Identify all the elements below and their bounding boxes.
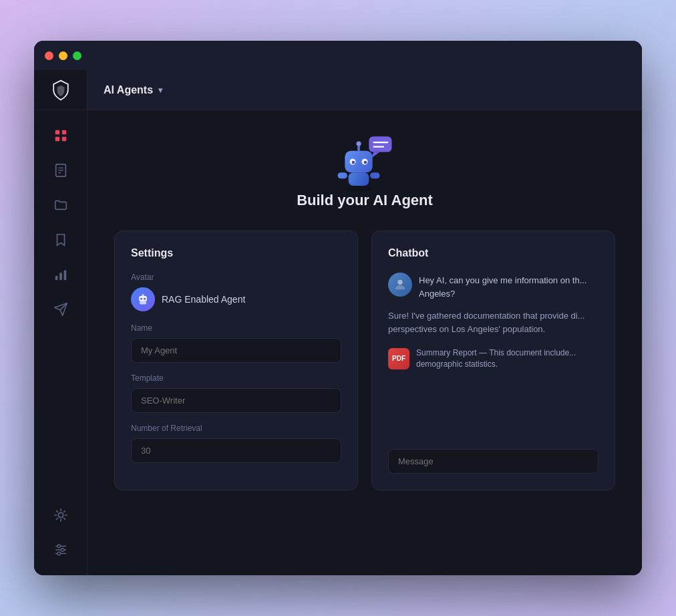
svg-point-46: [397, 280, 402, 285]
svg-rect-3: [61, 137, 65, 141]
name-input[interactable]: [131, 338, 341, 363]
content-area: Build your AI Agent Settings Avatar: [88, 110, 642, 575]
chat-message-human: Hey AI, can you give me information on t…: [388, 273, 599, 300]
svg-line-19: [63, 510, 65, 512]
maximize-button[interactable]: [73, 51, 81, 60]
bookmark-icon: [53, 233, 68, 247]
svg-rect-44: [142, 295, 144, 297]
chat-input-row: [388, 449, 599, 474]
close-button[interactable]: [45, 51, 53, 60]
chat-bubble-human: Hey AI, can you give me information on t…: [419, 273, 599, 300]
doc-reference: PDF Summary Report — This document inclu…: [388, 347, 599, 370]
sliders-icon: [53, 543, 68, 557]
send-icon: [53, 302, 68, 317]
svg-rect-10: [63, 271, 66, 281]
svg-rect-38: [337, 172, 347, 178]
avatar-row: RAG Enabled Agent: [131, 287, 341, 311]
svg-line-18: [56, 518, 57, 520]
svg-point-42: [140, 298, 142, 300]
sun-icon: [53, 508, 68, 522]
svg-line-17: [63, 518, 65, 520]
robot-avatar-icon: [136, 293, 150, 306]
svg-rect-45: [140, 301, 146, 304]
pdf-icon: PDF: [388, 348, 409, 369]
sidebar-item-sun[interactable]: [46, 500, 75, 530]
template-label: Template: [131, 373, 341, 383]
settings-card-title: Settings: [131, 247, 341, 259]
avatar-field: Avatar: [131, 273, 341, 311]
header-title-text: AI Agents: [104, 84, 153, 96]
doc-text: Summary Report — This document include..…: [416, 347, 599, 370]
retrieval-field: Number of Retrieval: [131, 424, 341, 463]
name-label: Name: [131, 323, 341, 333]
sidebar-nav: [46, 110, 75, 490]
hero-title: Build your AI Agent: [297, 192, 433, 209]
sidebar-item-folder[interactable]: [46, 190, 75, 220]
sidebar-item-bookmark[interactable]: [46, 225, 75, 255]
main-content: AI Agents ▾: [88, 70, 642, 575]
app-body: AI Agents ▾: [34, 70, 642, 575]
folder-icon: [53, 198, 68, 212]
hero-section: Build your AI Agent: [297, 132, 433, 209]
top-header: AI Agents ▾: [88, 70, 642, 110]
avatar-name: RAG Enabled Agent: [162, 294, 245, 305]
svg-point-34: [364, 161, 367, 164]
chat-ai-text: Sure! I've gathered documentation that p…: [388, 309, 599, 335]
sidebar-logo: [34, 70, 88, 110]
svg-line-16: [56, 510, 57, 512]
grid-icon: [53, 128, 68, 143]
avatar-bubble[interactable]: [131, 287, 155, 311]
name-field: Name: [131, 323, 341, 363]
svg-rect-26: [369, 136, 391, 152]
svg-point-23: [57, 545, 60, 548]
svg-rect-0: [55, 130, 59, 134]
svg-point-11: [58, 512, 63, 517]
svg-rect-39: [370, 172, 379, 178]
svg-point-25: [57, 552, 60, 555]
svg-point-24: [61, 549, 64, 552]
sidebar: [34, 70, 88, 575]
robot-illustration: [331, 132, 398, 192]
sidebar-item-documents[interactable]: [46, 156, 75, 185]
chatbot-card-title: Chatbot: [388, 247, 599, 259]
sidebar-item-dashboard[interactable]: [46, 121, 75, 150]
logo-icon: [49, 78, 73, 102]
svg-rect-41: [139, 296, 147, 301]
sidebar-bottom: [46, 490, 75, 575]
svg-rect-30: [345, 151, 372, 172]
doc-icon: [53, 163, 68, 178]
svg-rect-2: [55, 137, 59, 141]
svg-rect-8: [55, 276, 57, 280]
svg-point-40: [345, 186, 372, 191]
traffic-lights: [45, 51, 81, 60]
header-chevron-icon: ▾: [158, 86, 162, 95]
chat-message-ai: Sure! I've gathered documentation that p…: [388, 309, 599, 335]
human-avatar-icon: [393, 277, 407, 292]
chat-input[interactable]: [398, 456, 588, 466]
avatar-label: Avatar: [131, 273, 341, 282]
cards-row: Settings Avatar: [114, 230, 615, 490]
svg-rect-37: [349, 172, 369, 186]
svg-rect-1: [61, 130, 65, 134]
chatbot-card: Chatbot Hey AI, can you gi: [371, 230, 615, 490]
chat-messages: Hey AI, can you give me information on t…: [388, 273, 599, 438]
svg-point-43: [144, 298, 146, 300]
svg-point-33: [352, 161, 355, 164]
svg-rect-9: [59, 273, 62, 280]
sidebar-item-analytics[interactable]: [46, 260, 75, 289]
app-window: AI Agents ▾: [34, 41, 642, 575]
human-avatar: [388, 273, 412, 297]
minimize-button[interactable]: [59, 51, 67, 60]
chart-icon: [53, 267, 68, 282]
titlebar: [34, 41, 642, 70]
template-input[interactable]: [131, 388, 341, 413]
retrieval-input[interactable]: [131, 438, 341, 463]
sidebar-item-sliders[interactable]: [46, 535, 75, 565]
retrieval-label: Number of Retrieval: [131, 424, 341, 433]
svg-marker-27: [371, 152, 380, 158]
sidebar-item-send[interactable]: [46, 295, 75, 324]
svg-point-36: [356, 141, 361, 146]
template-field: Template: [131, 373, 341, 413]
header-title-row[interactable]: AI Agents ▾: [104, 84, 162, 96]
settings-card: Settings Avatar: [114, 230, 358, 490]
